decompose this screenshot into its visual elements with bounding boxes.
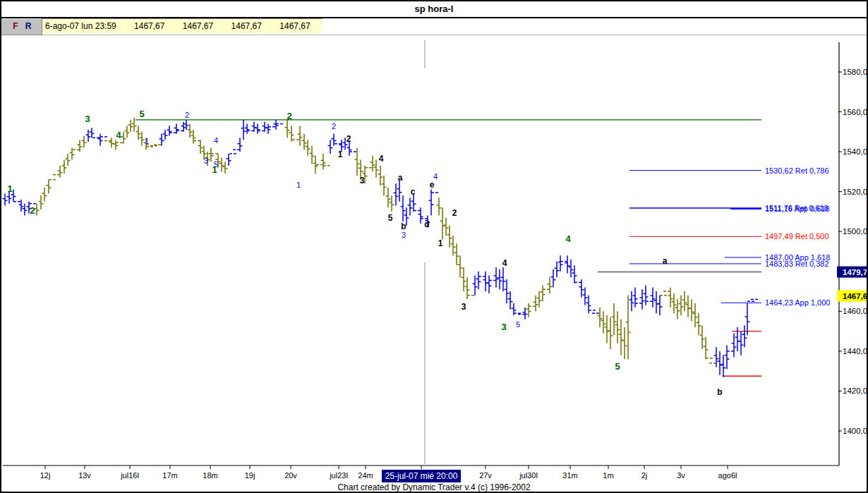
time-axis-tick-label: 2j — [641, 471, 648, 480]
time-axis-tick-label: 12j — [40, 471, 51, 480]
price-axis-tick-label: 1440,00 — [843, 347, 868, 355]
price-axis-tick-label: 1520,00 — [843, 188, 868, 196]
time-axis-tick-label: 17m — [162, 471, 177, 480]
time-axis-tick-label: jul23l — [329, 471, 348, 480]
wave-label-blue: 2 — [185, 111, 189, 119]
price-axis-tick-label: 1580,00 — [843, 68, 868, 76]
quote-low: 1467,67 — [231, 19, 262, 33]
f-button[interactable]: F — [10, 20, 21, 32]
time-axis-tick-label: ago6l — [718, 471, 737, 480]
wave-label-green: 3 — [85, 114, 90, 124]
wave-label-black: 4 — [379, 154, 384, 164]
chart-canvas[interactable]: 1530,62 Ret 0,7861511,76 Ret 0,6181511,1… — [1, 1, 868, 493]
wave-label-green: 2 — [30, 205, 35, 216]
window-title: sp hora-I — [1, 1, 867, 18]
quote-close: 1467,67 — [279, 19, 310, 33]
time-axis-tick-label: 19j — [245, 471, 255, 480]
wave-label-black: a — [663, 256, 668, 266]
wave-label-black: d — [424, 219, 429, 229]
wave-label-black: 4 — [502, 258, 507, 268]
quote-open: 1467,67 — [134, 19, 164, 33]
wave-label-blue: 5 — [214, 160, 218, 169]
credit-line: Chart created by Dynamic Trader v.4 (c) … — [1, 482, 867, 492]
wave-label-blue: 5 — [516, 320, 520, 329]
time-axis-tick-label: 20v — [284, 471, 297, 480]
wave-label-black: 2 — [452, 208, 457, 218]
wave-label-blue: 2 — [332, 122, 336, 130]
price-axis-tick-label: 1500,00 — [843, 227, 868, 236]
price-axis-tick-label: 1420,00 — [843, 387, 868, 395]
wave-label-green: 2 — [287, 111, 291, 121]
last-price-box-value: 1467,67 — [843, 292, 868, 300]
time-axis-tick-label: 1m — [603, 471, 613, 480]
time-axis-tick-label: jul16l — [120, 471, 139, 480]
app-window: 1530,62 Ret 0,7861511,76 Ret 0,6181511,1… — [0, 0, 868, 493]
wave-label-blue: 1 — [296, 181, 301, 189]
quote-high: 1467,67 — [183, 19, 213, 33]
time-axis-tick-label: 13v — [78, 471, 91, 480]
quote-datetime: 6-ago-07 lun 23:59 — [45, 19, 116, 33]
wave-label-black: e — [430, 180, 435, 190]
level-label: 1497,49 Ret 0,500 — [765, 232, 829, 241]
wave-label-green: 4 — [565, 233, 571, 244]
level-label: 1530,62 Ret 0,786 — [765, 166, 829, 175]
time-axis-tick-label: 31m — [562, 471, 577, 480]
time-axis-tick-label: 24m — [358, 471, 373, 480]
wave-label-green: 4 — [116, 130, 121, 140]
wave-label-blue: 3 — [204, 157, 208, 165]
wave-label-black: c — [411, 187, 416, 197]
wave-label-black: 3 — [462, 302, 466, 312]
level-label: 1483,83 Ret 0,382 — [765, 260, 829, 268]
wave-label-black: 1 — [338, 150, 343, 159]
price-axis-tick-label: 1460,00 — [843, 307, 868, 315]
wave-label-green: 5 — [615, 361, 620, 372]
level-label: 1511,16 App 0,618 — [765, 205, 830, 213]
wave-label-blue: 3 — [402, 231, 406, 239]
level-label: 1464,23 App 1,000 — [765, 298, 830, 307]
wave-label-green: 1 — [7, 183, 12, 194]
toolbar: F R 6-ago-07 lun 23:59 1467,67 1467,67 1… — [1, 18, 867, 35]
selected-date-label: 25-jul-07 mié 20:00 — [385, 471, 458, 481]
price-axis-tick-label: 1560,00 — [843, 108, 868, 116]
price-marker-box-value: 1479,71 — [843, 268, 868, 276]
wave-label-black: b — [401, 221, 406, 231]
wave-label-green: 3 — [501, 322, 506, 332]
toolbar-button-group: F R — [1, 18, 42, 35]
quote-readout: 6-ago-07 lun 23:59 1467,67 1467,67 1467,… — [42, 18, 323, 34]
time-axis-tick-label: jul30l — [519, 471, 538, 480]
price-axis-tick-label: 1400,00 — [843, 427, 868, 435]
wave-label-blue: 4 — [214, 136, 218, 145]
wave-label-black: b — [717, 387, 722, 397]
wave-label-black: 3 — [360, 176, 365, 185]
time-axis-tick-label: 27v — [479, 471, 492, 480]
wave-label-blue: 1 — [145, 137, 149, 145]
wave-label-black: a — [398, 173, 403, 183]
r-button[interactable]: R — [23, 20, 34, 32]
price-axis-tick-label: 1540,00 — [843, 147, 868, 156]
time-axis-tick-label: 18m — [203, 471, 217, 480]
wave-label-green: 5 — [139, 109, 144, 119]
wave-label-black: 5 — [388, 213, 393, 223]
wave-label-black: 2 — [346, 134, 351, 144]
time-axis-tick-label: 3v — [677, 471, 685, 480]
wave-label-black: 1 — [438, 238, 443, 248]
